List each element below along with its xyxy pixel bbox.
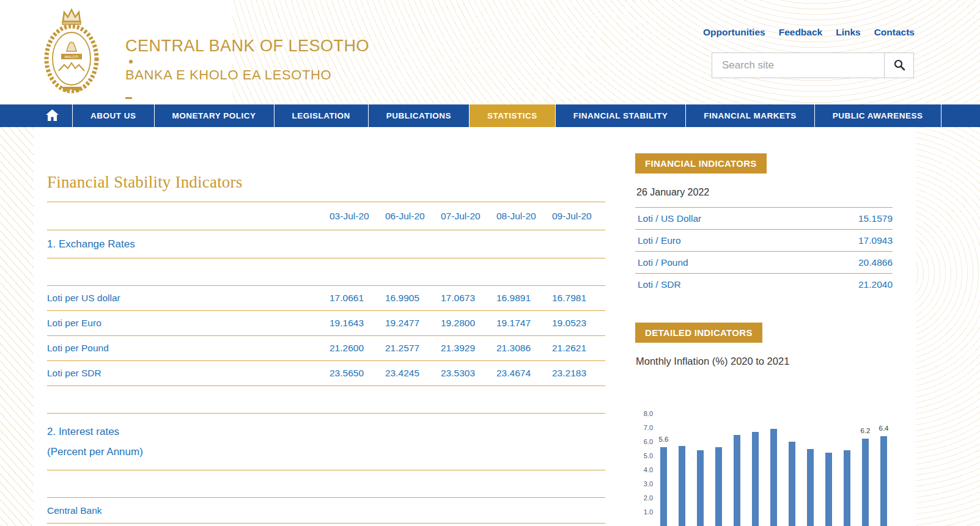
table-row: Loti per SDR 23.5650 23.4245 23.5303 23.…	[47, 361, 605, 386]
bank-wordmark: CENTRAL BANK OF LESOTHO BANKA E KHOLO EA…	[125, 37, 369, 83]
utility-links: Opportunities Feedback Links Contacts	[703, 27, 915, 38]
indicator-row: Loti / Pound 20.4866	[635, 251, 893, 273]
cell-value: 16.9891	[496, 293, 552, 304]
cell-value: 19.1747	[496, 318, 552, 329]
link-links[interactable]: Links	[836, 27, 860, 38]
inflation-bar	[862, 439, 869, 526]
inflation-bar	[825, 453, 832, 526]
blank-row	[47, 470, 605, 498]
indicator-value: 21.2040	[858, 279, 893, 290]
nav-legislation[interactable]: Legislation	[274, 104, 368, 127]
indicator-link-loti-sdr[interactable]: Loti / SDR	[635, 279, 681, 290]
inflation-bar	[770, 429, 777, 526]
date-header: 09-Jul-20	[552, 211, 608, 222]
cell-value: 19.2477	[385, 318, 441, 329]
row-link-loti-per-sdr[interactable]: Loti per SDR	[47, 368, 101, 378]
indicator-value: 17.0943	[858, 235, 893, 246]
y-axis-tick: 8.0	[637, 410, 653, 417]
magnifier-icon	[893, 59, 905, 73]
cell-value: 17.0661	[330, 293, 385, 304]
bar-data-label: 6.2	[861, 427, 871, 434]
search-input[interactable]	[712, 53, 884, 78]
indicator-value: 20.4866	[858, 257, 893, 268]
inflation-bar	[880, 436, 887, 526]
y-axis-tick: 5.0	[637, 452, 653, 459]
section-exchange-rates: 1. Exchange Rates	[47, 230, 605, 258]
stability-indicators-table: 03-Jul-20 06-Jul-20 07-Jul-20 08-Jul-20 …	[47, 202, 605, 526]
table-row: Loti per Euro 19.1643 19.2477 19.2800 19…	[47, 311, 605, 336]
inflation-bar	[679, 446, 685, 526]
inflation-bar	[789, 442, 795, 526]
nav-financial-markets[interactable]: Financial Markets	[685, 104, 814, 127]
inflation-bar	[660, 447, 667, 526]
group-link-central-bank[interactable]: Central Bank	[47, 505, 102, 516]
indicator-value: 15.1579	[858, 213, 893, 224]
blank-row	[47, 386, 605, 414]
date-header: 08-Jul-20	[496, 211, 552, 222]
nav-statistics[interactable]: Statistics	[469, 104, 555, 127]
search-button[interactable]	[884, 53, 913, 78]
link-opportunities[interactable]: Opportunities	[703, 27, 765, 38]
cell-value: 19.2800	[441, 318, 496, 329]
site-search	[712, 53, 914, 78]
site-logo[interactable]: MALOTI CENTRAL BANK OF LESOTHO BANKA E K…	[39, 7, 369, 99]
section-interest-rates-title: 2. Interest rates	[47, 422, 143, 442]
nav-public-awareness[interactable]: Public Awareness	[814, 104, 941, 127]
row-link-loti-per-euro[interactable]: Loti per Euro	[47, 318, 101, 328]
nav-separator	[941, 104, 941, 127]
y-axis-tick: 1.0	[637, 508, 653, 516]
y-axis-tick: 3.0	[637, 480, 653, 488]
cell-value: 16.9905	[385, 293, 441, 304]
sidebar: FINANCIAL INDICATORS 26 January 2022 Lot…	[635, 153, 893, 367]
inflation-bar	[734, 435, 740, 526]
bar-data-label: 5.6	[659, 436, 669, 443]
cell-value: 23.5303	[441, 368, 496, 379]
row-link-loti-per-pound[interactable]: Loti per Pound	[47, 343, 109, 353]
cell-value: 16.7981	[552, 293, 608, 304]
indicator-row: Loti / US Dollar 15.1579	[635, 207, 893, 229]
indicator-link-loti-euro[interactable]: Loti / Euro	[635, 235, 681, 246]
date-header: 03-Jul-20	[330, 211, 385, 222]
indicator-link-loti-pound[interactable]: Loti / Pound	[635, 257, 688, 268]
y-axis-tick: 7.0	[637, 424, 653, 431]
nav-monetary-policy[interactable]: Monetary Policy	[154, 104, 274, 127]
inflation-bar	[844, 450, 850, 526]
table-row-partial: Lombard Facility 7.45 7.45 7.45 7.45 7.4…	[47, 524, 605, 526]
cell-value: 17.0673	[441, 293, 496, 304]
indicator-row: Loti / SDR 21.2040	[635, 273, 893, 295]
nav-about-us[interactable]: About Us	[72, 104, 154, 127]
cell-value: 23.5650	[330, 368, 385, 379]
nav-financial-stability[interactable]: Financial Stability	[555, 104, 686, 127]
cell-value: 21.3086	[496, 343, 552, 354]
table-row: Loti per US dollar 17.0661 16.9905 17.06…	[47, 286, 605, 311]
group-central-bank: Central Bank	[47, 498, 605, 524]
wordmark-line2: BANKA E KHOLO EA LESOTHO	[125, 67, 331, 82]
indicators-date: 26 January 2022	[636, 187, 893, 198]
left-watermark-pattern	[0, 126, 34, 526]
row-link-loti-per-us-dollar[interactable]: Loti per US dollar	[47, 293, 120, 303]
y-axis-tick: 4.0	[637, 466, 653, 473]
financial-indicators-badge: FINANCIAL INDICATORS	[635, 153, 767, 174]
wordmark-divider	[125, 60, 369, 64]
cell-value: 21.3929	[441, 343, 496, 354]
main-navigation: About Us Monetary Policy Legislation Pub…	[0, 104, 980, 127]
bank-crest-icon: MALOTI	[39, 7, 105, 99]
wordmark-line1: CENTRAL BANK OF LESOTHO	[125, 37, 369, 55]
inflation-chart: 8.07.06.05.04.03.02.01.05.66.26.4	[636, 409, 905, 526]
link-feedback[interactable]: Feedback	[779, 27, 823, 38]
cell-value: 23.4245	[385, 368, 441, 379]
nav-publications[interactable]: Publications	[368, 104, 469, 127]
indicator-row: Loti / Euro 17.0943	[635, 229, 893, 251]
crest-motto: MALOTI	[65, 55, 79, 59]
inflation-chart-heading: Monthly Inflation (%) 2020 to 2021	[636, 356, 893, 367]
indicator-link-loti-us-dollar[interactable]: Loti / US Dollar	[635, 213, 701, 224]
link-contacts[interactable]: Contacts	[874, 27, 915, 38]
cell-value: 19.1643	[330, 318, 385, 329]
nav-home[interactable]	[32, 104, 72, 127]
cell-value: 19.0523	[552, 318, 608, 329]
inflation-bar	[752, 432, 759, 526]
cell-value: 23.4674	[496, 368, 552, 379]
indicators-table: Loti / US Dollar 15.1579 Loti / Euro 17.…	[635, 207, 893, 295]
bar-data-label: 6.4	[879, 425, 889, 432]
table-header-row: 03-Jul-20 06-Jul-20 07-Jul-20 08-Jul-20 …	[47, 202, 605, 230]
